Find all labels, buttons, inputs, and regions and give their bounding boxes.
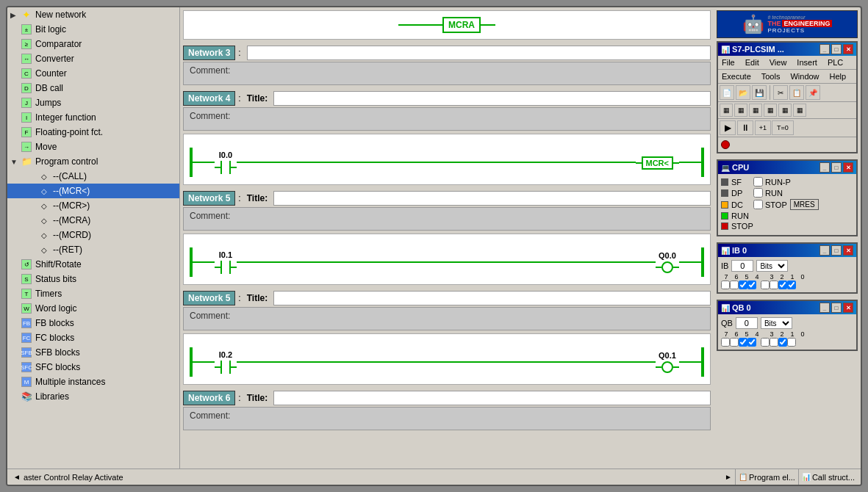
tab-program-elements[interactable]: 📋 Program el... <box>736 469 799 485</box>
play-btn[interactable]: ▶ <box>720 120 736 135</box>
qb-bit-5[interactable] <box>739 338 747 347</box>
qb-minimize-btn[interactable]: _ <box>819 303 830 313</box>
sidebar-item-mcrd[interactable]: ◇ --(MCRD) <box>7 228 179 242</box>
sidebar-item-multiple-instances[interactable]: M Multiple instances <box>7 375 179 389</box>
paste-btn[interactable]: 📌 <box>806 85 820 100</box>
ib-maximize-btn[interactable]: □ <box>831 245 842 256</box>
sidebar-item-timers[interactable]: T Timers <box>7 286 179 301</box>
sidebar-item-fc-blocks[interactable]: FC FC blocks <box>7 330 179 345</box>
sidebar-item-shift-rotate[interactable]: ↺ Shift/Rotate <box>7 257 179 272</box>
ib-bit-1[interactable] <box>778 281 787 289</box>
sidebar-item-comparator[interactable]: ≥ Comparator <box>7 37 179 51</box>
runp-checkbox[interactable] <box>753 177 763 187</box>
sidebar-item-sfb-blocks[interactable]: SFB SFB blocks <box>7 345 179 360</box>
tb-btn3[interactable]: ▦ <box>749 104 762 117</box>
sidebar-item-counter[interactable]: C Counter <box>7 66 179 81</box>
copy-btn[interactable]: 📋 <box>789 85 804 100</box>
qb-bit-0[interactable] <box>787 338 796 347</box>
qb-bit-6[interactable] <box>730 338 739 347</box>
qb-maximize-btn[interactable]: □ <box>831 303 842 313</box>
reset-time-btn[interactable]: T=0 <box>772 120 794 135</box>
network-4-title-input[interactable] <box>273 91 711 106</box>
open-btn[interactable]: 📂 <box>736 85 750 100</box>
ib-minimize-btn[interactable]: _ <box>819 245 830 256</box>
mres-button[interactable]: MRES <box>790 199 819 210</box>
qb-bit-1[interactable] <box>778 338 787 347</box>
ib-bit-3[interactable] <box>761 281 770 289</box>
cut-btn[interactable]: ✂ <box>773 85 788 100</box>
qb-address-input[interactable] <box>736 317 758 329</box>
network-3-title-input[interactable] <box>247 46 711 60</box>
menu-tools[interactable]: Tools <box>759 71 783 82</box>
menu-insert[interactable]: Insert <box>795 57 819 68</box>
sidebar-item-db-call[interactable]: D DB call <box>7 81 179 95</box>
cpu-maximize-btn[interactable]: □ <box>831 162 842 173</box>
qb-close-btn[interactable]: ✕ <box>843 303 853 313</box>
ib-close-btn[interactable]: ✕ <box>843 245 853 256</box>
save-btn[interactable]: 💾 <box>752 85 767 100</box>
run-checkbox[interactable] <box>753 188 763 198</box>
qb-bit-7[interactable] <box>721 338 730 347</box>
ib-address-input[interactable] <box>731 260 753 272</box>
sidebar-item-fb-blocks[interactable]: FB FB blocks <box>7 316 179 330</box>
new-btn[interactable]: 📄 <box>720 85 734 100</box>
sidebar-item-sfc-blocks[interactable]: SFC SFC blocks <box>7 360 179 375</box>
cpu-minimize-btn[interactable]: _ <box>819 162 830 173</box>
sidebar-item-word-logic[interactable]: W Word logic <box>7 301 179 316</box>
sidebar-item-converter[interactable]: ↔ Converter <box>7 51 179 66</box>
sidebar-item-jumps[interactable]: J Jumps <box>7 95 179 110</box>
menu-execute[interactable]: Execute <box>720 71 753 82</box>
ib-bit-6[interactable] <box>730 281 739 289</box>
sidebar-item-ret[interactable]: ◇ --(RET) <box>7 242 179 257</box>
sidebar-item-mcra[interactable]: ◇ --(MCRA) <box>7 213 179 228</box>
network-6b-title-text: Title: <box>247 293 268 303</box>
sidebar-item-status-bits[interactable]: S Status bits <box>7 272 179 286</box>
qb-bit-1-label: 1 <box>787 330 797 338</box>
sidebar-item-floating-point[interactable]: F Floating-point fct. <box>7 125 179 140</box>
menu-view[interactable]: View <box>767 57 789 68</box>
menu-file[interactable]: File <box>720 57 737 68</box>
ib-bit-0[interactable] <box>787 281 796 289</box>
menu-plc[interactable]: PLC <box>825 57 845 68</box>
tb-btn4[interactable]: ▦ <box>764 104 777 117</box>
network-5-title-input[interactable] <box>273 191 711 206</box>
stop-checkbox[interactable] <box>753 200 763 209</box>
menu-edit[interactable]: Edit <box>743 57 761 68</box>
network-6b-title-input[interactable] <box>273 291 711 305</box>
tab-call-structure[interactable]: 📊 Call struct... <box>799 469 858 485</box>
sidebar-item-libraries[interactable]: 📚 Libraries <box>7 389 179 404</box>
tb-btn2[interactable]: ▦ <box>734 104 747 117</box>
menu-help[interactable]: Help <box>828 71 849 82</box>
tb-btn5[interactable]: ▦ <box>778 104 792 117</box>
qb-bit-4[interactable] <box>747 338 756 347</box>
ib-bit-5[interactable] <box>739 281 747 289</box>
network-3-header: Network 3 : <box>183 46 711 60</box>
cpu-close-btn[interactable]: ✕ <box>843 162 853 173</box>
sidebar-item-new-network[interactable]: ▶ ✦ New network <box>7 7 179 22</box>
sidebar-item-mcr-close[interactable]: ◇ --(MCR>) <box>7 198 179 213</box>
tb-btn6[interactable]: ▦ <box>793 104 806 117</box>
sidebar-item-bit-logic[interactable]: ± Bit logic <box>7 22 179 37</box>
ib-bit-4[interactable] <box>747 281 756 289</box>
cpu-row-dp: DP RUN <box>721 188 853 198</box>
tb-btn1[interactable]: ▦ <box>720 104 733 117</box>
ib-bit-7[interactable] <box>721 281 730 289</box>
network-7-title-input[interactable] <box>273 391 711 405</box>
sidebar-item-move[interactable]: → Move <box>7 140 179 154</box>
ib-mode-select[interactable]: Bits Byte Hex <box>756 260 788 272</box>
maximize-button[interactable]: □ <box>831 44 842 54</box>
sidebar-item-integer-function[interactable]: I Integer function <box>7 110 179 125</box>
ib-bit-2[interactable] <box>770 281 778 289</box>
menu-window[interactable]: Window <box>788 71 821 82</box>
close-button[interactable]: ✕ <box>843 44 853 54</box>
minimize-button[interactable]: _ <box>819 44 830 54</box>
sidebar-item-call[interactable]: ◇ --(CALL) <box>7 169 179 184</box>
qb-mode-select[interactable]: Bits Byte Hex <box>761 317 792 329</box>
sidebar-label: --(MCRD) <box>53 230 91 240</box>
step-btn[interactable]: +1 <box>755 120 771 135</box>
sidebar-item-mcr-open[interactable]: ◇ --(MCR<) <box>7 184 179 198</box>
qb-bit-3[interactable] <box>761 338 770 347</box>
pause-btn[interactable]: ⏸ <box>737 120 753 135</box>
sidebar-item-program-control[interactable]: ▼ 📁 Program control <box>7 154 179 169</box>
qb-bit-2[interactable] <box>770 338 778 347</box>
